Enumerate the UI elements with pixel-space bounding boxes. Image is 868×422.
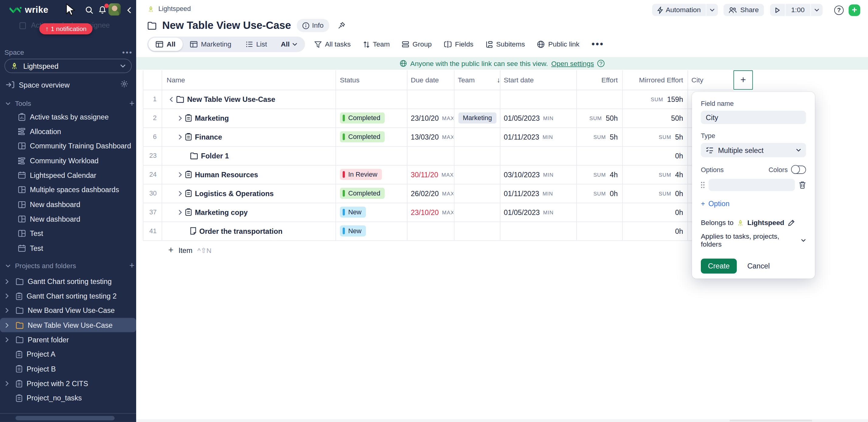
- chevron-right-icon[interactable]: [178, 134, 182, 140]
- row-name[interactable]: Marketing copy: [195, 208, 248, 216]
- row-name[interactable]: Marketing: [195, 114, 229, 122]
- breadcrumb[interactable]: Lightspeed: [147, 5, 191, 13]
- column-header-city[interactable]: City: [691, 70, 703, 90]
- table-row[interactable]: 6 Finance Completed 13/03/20MAX 01/11/20…: [136, 127, 753, 146]
- chevron-right-icon[interactable]: [178, 172, 182, 178]
- table-row[interactable]: 2 Marketing Completed 23/10/20MAX Market…: [136, 109, 753, 127]
- create-button[interactable]: Create: [701, 259, 737, 274]
- mirrored-effort-value[interactable]: 4h: [675, 170, 683, 178]
- sidebar-item-space-overview[interactable]: Space overview: [0, 79, 136, 91]
- row-name[interactable]: Order the transportation: [199, 227, 283, 235]
- sidebar-item-project[interactable]: Gantt Chart sorting testing 2: [0, 289, 136, 303]
- fields-button[interactable]: Fields: [444, 40, 473, 48]
- tab-list[interactable]: List: [239, 38, 274, 51]
- share-button[interactable]: Share: [724, 4, 764, 16]
- horizontal-scrollbar-thumb[interactable]: [730, 420, 812, 421]
- start-date-cell[interactable]: 01/05/2023MIN: [504, 109, 554, 127]
- type-select[interactable]: Multiple select: [701, 143, 806, 157]
- due-date-cell[interactable]: 26/02/20MAX: [411, 184, 454, 203]
- mirrored-effort-value[interactable]: 0h: [675, 208, 683, 216]
- automation-button[interactable]: Automation: [652, 4, 706, 16]
- gear-icon[interactable]: [120, 80, 128, 88]
- status-badge[interactable]: In Review: [340, 169, 382, 180]
- column-header-effort[interactable]: Effort: [576, 70, 618, 90]
- field-name-input[interactable]: City: [701, 111, 806, 124]
- sidebar-item-tool[interactable]: Community Training Dashboard: [0, 139, 136, 154]
- sidebar-item-tool[interactable]: New dashboard: [0, 197, 136, 212]
- projects-section-header[interactable]: Projects and folders +: [0, 261, 136, 271]
- mirrored-effort-value[interactable]: 5h: [675, 132, 683, 141]
- table-row[interactable]: 37 Marketing copy New 23/10/20MAX 01/05/…: [136, 203, 753, 222]
- status-badge[interactable]: New: [340, 206, 366, 217]
- option-input[interactable]: [708, 179, 795, 191]
- mirrored-effort-value[interactable]: 50h: [671, 114, 683, 122]
- sidebar-item-tool[interactable]: Community Workload: [0, 154, 136, 168]
- timer-value[interactable]: 1:00: [786, 4, 810, 16]
- create-new-button[interactable]: +: [848, 4, 860, 16]
- sidebar-item-project[interactable]: Project A: [0, 347, 136, 362]
- notifications-bell-icon[interactable]: [98, 5, 107, 15]
- row-name[interactable]: New Table View Use-Case: [187, 95, 275, 103]
- sidebar-item-tool[interactable]: Test: [0, 241, 136, 255]
- more-options-icon[interactable]: •••: [591, 39, 604, 49]
- help-icon[interactable]: ?: [834, 5, 844, 14]
- sidebar-item-project[interactable]: Project with 2 CITS: [0, 376, 136, 391]
- chevron-right-icon[interactable]: [178, 190, 182, 197]
- sidebar-item-tool[interactable]: Active tasks by assignee: [0, 110, 136, 124]
- wrike-logo[interactable]: wrike: [9, 5, 48, 14]
- due-date-cell[interactable]: 23/10/20MAX: [411, 203, 454, 222]
- sidebar-item-project[interactable]: Project_no_tasks: [0, 391, 136, 405]
- status-badge[interactable]: Completed: [340, 131, 385, 142]
- add-option-button[interactable]: + Option: [701, 200, 806, 208]
- effort-value[interactable]: 0h: [610, 189, 618, 197]
- add-project-icon[interactable]: +: [129, 261, 135, 271]
- filter-button[interactable]: All tasks: [315, 40, 351, 48]
- automation-dropdown[interactable]: [707, 4, 718, 16]
- start-date-cell[interactable]: 03/10/2023MIN: [504, 165, 554, 184]
- edit-pencil-icon[interactable]: [787, 219, 795, 226]
- start-date-cell[interactable]: 01/11/2023MIN: [504, 184, 553, 203]
- add-column-button[interactable]: +: [733, 70, 753, 90]
- pin-icon[interactable]: [335, 19, 348, 32]
- row-name[interactable]: Logistics & Operations: [195, 189, 274, 197]
- add-item-button[interactable]: + Item ^⇧N: [168, 243, 212, 258]
- column-header-status[interactable]: Status: [340, 70, 360, 90]
- due-date-cell[interactable]: 13/03/20MAX: [411, 127, 454, 146]
- avatar[interactable]: [108, 3, 121, 16]
- sidebar-item-project[interactable]: Parent folder: [0, 333, 136, 347]
- mirrored-effort-value[interactable]: 0h: [675, 151, 683, 160]
- timer-dropdown[interactable]: [811, 4, 823, 16]
- sidebar-item-project-selected[interactable]: New Table View Use-Case: [0, 318, 136, 333]
- applies-to-dropdown[interactable]: Applies to tasks, projects, folders: [701, 233, 806, 248]
- space-selector[interactable]: Lightspeed: [5, 59, 132, 73]
- status-badge[interactable]: Completed: [340, 188, 385, 199]
- chevron-right-icon[interactable]: [178, 209, 182, 215]
- column-header-start-date[interactable]: Start date: [504, 70, 534, 90]
- column-header-team[interactable]: Team↓: [458, 70, 500, 90]
- cancel-button[interactable]: Cancel: [747, 262, 770, 270]
- row-name[interactable]: Folder 1: [201, 151, 229, 160]
- column-header-name[interactable]: Name: [166, 70, 185, 90]
- tools-section-header[interactable]: Tools +: [0, 98, 136, 109]
- sidebar-item-project[interactable]: New Board View Use-Case: [0, 303, 136, 318]
- sidebar-item-tool[interactable]: Lightspeed Calendar: [0, 168, 136, 182]
- info-button[interactable]: Info: [297, 19, 329, 32]
- table-row[interactable]: 24 Human Resources In Review 30/11/20MAX…: [136, 165, 753, 184]
- effort-value[interactable]: 50h: [606, 114, 618, 122]
- due-date-cell[interactable]: 23/10/20MAX: [411, 109, 454, 127]
- tab-table-marketing[interactable]: Marketing: [183, 38, 239, 51]
- search-icon[interactable]: [84, 5, 94, 15]
- row-name[interactable]: Human Resources: [195, 170, 258, 178]
- sidebar-horizontal-scrollbar[interactable]: [16, 416, 115, 420]
- table-row[interactable]: 30 Logistics & Operations Completed 26/0…: [136, 184, 753, 203]
- mirrored-effort-value[interactable]: 0h: [675, 227, 683, 235]
- row-name[interactable]: Finance: [195, 132, 222, 141]
- drag-handle-icon[interactable]: [701, 182, 705, 188]
- column-header-mirrored-effort[interactable]: Mirrored Effort: [622, 70, 683, 90]
- team-cell[interactable]: Marketing: [458, 109, 496, 127]
- sidebar-item-tool[interactable]: Test: [0, 226, 136, 241]
- sidebar-item-tool[interactable]: Allocation: [0, 124, 136, 139]
- sidebar-item-tool[interactable]: Multiple spaces dashboards: [0, 182, 136, 197]
- mirrored-effort-value[interactable]: 159h: [667, 95, 683, 103]
- status-badge[interactable]: New: [340, 225, 366, 236]
